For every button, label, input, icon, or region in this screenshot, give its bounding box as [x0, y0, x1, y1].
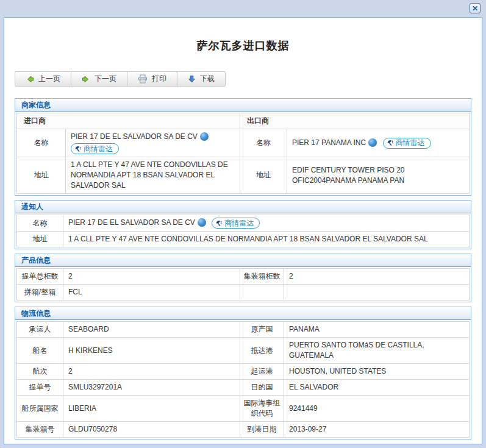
vessel-flag-value: LIBERIA [63, 396, 240, 422]
empty-cell [240, 285, 284, 300]
imo-code-value: 9241449 [284, 396, 470, 422]
arrival-date-value: 2013-09-27 [284, 422, 470, 438]
exporter-address-value: EDIF CENTURY TOWER PISO 20 OFIC2004PANAM… [287, 157, 470, 194]
importer-name-label: 名称 [17, 129, 66, 157]
vessel-name-value: H KIRKENES [63, 338, 240, 364]
origin-country-label: 原产国 [240, 322, 284, 338]
table-row: 船名 H KIRKENES 抵达港 PUERTO SANTO TOMáS DE … [17, 338, 470, 364]
bl-total-containers-label: 提单总柜数 [17, 269, 63, 285]
print-button[interactable]: 打印 [127, 72, 177, 86]
table-row: 名称 PIER 17 DE EL SALVADOR SA DE CV 商情雷达 [17, 215, 470, 232]
importer-address-label: 地址 [17, 157, 66, 194]
table-row: 提单总柜数 2 集装箱柜数 2 [17, 269, 470, 285]
dialog-titlebar: ✕ [0, 0, 486, 17]
vessel-name-label: 船名 [17, 338, 63, 364]
table-row: 拼箱/整箱 FCL [17, 285, 470, 300]
lcl-fcl-value: FCL [63, 285, 240, 300]
prev-page-label: 上一页 [38, 74, 60, 84]
exporter-address-label: 地址 [240, 157, 287, 194]
radar-badge-label: 商情雷达 [396, 138, 425, 148]
notify-name-label: 名称 [17, 215, 63, 232]
importer-header: 进口商 [17, 113, 240, 129]
merchant-table: 进口商 出口商 名称 PIER 17 DE EL SALVADOR SA DE … [16, 113, 470, 194]
table-row: 名称 PIER 17 DE EL SALVADOR SA DE CV 商情雷达 … [17, 129, 470, 157]
container-number-value: GLDU7050278 [63, 422, 240, 438]
notify-address-value: 1 A CLL PTE Y 47 AVE NTE CONDOVILLAS DE … [63, 232, 470, 247]
import-data-dialog: { "window": { "close_glyph": "✕" }, "tit… [0, 0, 486, 448]
table-row: 地址 1 A CLL PTE Y 47 AVE NTE CONDOVILLAS … [17, 157, 470, 194]
destination-country-label: 目的国 [240, 380, 284, 396]
importer-name-value: PIER 17 DE EL SALVADOR SA DE CV [71, 132, 198, 141]
globe-icon[interactable] [198, 218, 206, 227]
bl-number-label: 提单号 [17, 380, 63, 396]
radar-badge-label: 商情雷达 [84, 144, 113, 154]
radar-badge[interactable]: 商情雷达 [212, 218, 260, 229]
lcl-fcl-label: 拼箱/整箱 [17, 285, 63, 300]
empty-cell [284, 285, 470, 300]
logistics-table: 承运人 SEABOARD 原产国 PANAMA 船名 H KIRKENES 抵达… [16, 321, 470, 438]
exporter-header: 出口商 [240, 113, 470, 129]
exporter-name-cell: PIER 17 PANAMA INC 商情雷达 [287, 129, 470, 157]
arrival-port-value: PUERTO SANTO TOMáS DE CASTILLA, GUATEMAL… [284, 338, 470, 364]
radar-badge[interactable]: 商情雷达 [383, 138, 431, 149]
section-merchant-title: 商家信息 [15, 99, 471, 112]
globe-icon[interactable] [200, 132, 209, 141]
destination-country-value: EL SALVADOR [284, 380, 470, 396]
table-row: 进口商 出口商 [17, 113, 470, 129]
exporter-name-label: 名称 [240, 129, 287, 157]
arrival-date-label: 到港日期 [240, 422, 284, 438]
imo-code-label: 国际海事组织代码 [240, 396, 284, 422]
dialog-content: 萨尔瓦多进口数据 上一页 下一页 打印 [4, 17, 482, 444]
container-count-label: 集装箱柜数 [240, 269, 284, 285]
table-row: 提单号 SMLU3297201A 目的国 EL SALVADOR [17, 380, 470, 396]
exporter-name-value: PIER 17 PANAMA INC [292, 138, 366, 147]
page-title: 萨尔瓦多进口数据 [4, 38, 482, 53]
section-logistics-info: 物流信息 承运人 SEABOARD 原产国 PANAMA 船名 H KIRKEN… [15, 307, 471, 439]
table-row: 船所属国家 LIBERIA 国际海事组织代码 9241449 [17, 396, 470, 422]
container-number-label: 集装箱号 [17, 422, 63, 438]
radar-badge-label: 商情雷达 [224, 218, 254, 229]
globe-icon[interactable] [368, 138, 377, 147]
table-row: 承运人 SEABOARD 原产国 PANAMA [17, 322, 470, 338]
close-icon[interactable]: ✕ [470, 3, 481, 13]
section-description: 描述 产品描述 BULTOSPISTOLA DE AIRE TUBO LED P… [15, 444, 471, 444]
radar-dish-icon [215, 220, 223, 227]
notify-address-label: 地址 [17, 232, 63, 247]
notify-table: 名称 PIER 17 DE EL SALVADOR SA DE CV 商情雷达 … [16, 215, 470, 247]
radar-dish-icon [387, 140, 394, 146]
voyage-label: 航次 [17, 364, 63, 380]
section-merchant-info: 商家信息 进口商 出口商 名称 PIER 17 DE EL SALVADOR S… [15, 98, 471, 196]
departure-port-value: HOUSTON, UNITED STATES [284, 364, 470, 380]
next-page-button[interactable]: 下一页 [71, 72, 127, 86]
bl-total-containers-value: 2 [63, 269, 240, 285]
section-notify-title: 通知人 [15, 201, 471, 213]
print-label: 打印 [152, 74, 166, 84]
vessel-flag-label: 船所属国家 [17, 396, 63, 422]
download-label: 下载 [200, 74, 215, 84]
section-notify-party: 通知人 名称 PIER 17 DE EL SALVADOR SA DE CV 商… [15, 200, 471, 249]
voyage-value: 2 [63, 364, 240, 380]
notify-name-value: PIER 17 DE EL SALVADOR SA DE CV [68, 218, 195, 227]
importer-name-cell: PIER 17 DE EL SALVADOR SA DE CV 商情雷达 [66, 129, 240, 157]
radar-dish-icon [74, 146, 82, 152]
green-left-arrow-icon [26, 75, 34, 84]
importer-address-value: 1 A CLL PTE Y 47 AVE NTE CONDOVILLAS DE … [66, 157, 240, 194]
carrier-label: 承运人 [17, 322, 63, 338]
bl-number-value: SMLU3297201A [63, 380, 240, 396]
table-row: 航次 2 起运港 HOUSTON, UNITED STATES [17, 364, 470, 380]
green-right-arrow-icon [82, 75, 90, 84]
section-product-info: 产品信息 提单总柜数 2 集装箱柜数 2 拼箱/整箱 FCL [15, 254, 471, 302]
download-button[interactable]: 下载 [177, 72, 225, 86]
section-logistics-title: 物流信息 [15, 307, 471, 320]
arrival-port-label: 抵达港 [240, 338, 284, 364]
table-row: 集装箱号 GLDU7050278 到港日期 2013-09-27 [17, 422, 470, 438]
notify-name-cell: PIER 17 DE EL SALVADOR SA DE CV 商情雷达 [63, 215, 470, 232]
section-product-title: 产品信息 [15, 254, 471, 267]
origin-country-value: PANAMA [284, 322, 470, 338]
carrier-value: SEABOARD [63, 322, 240, 338]
sections-container: 商家信息 进口商 出口商 名称 PIER 17 DE EL SALVADOR S… [4, 98, 482, 444]
prev-page-button[interactable]: 上一页 [15, 72, 71, 86]
toolbar: 上一页 下一页 打印 下载 [15, 71, 226, 87]
blue-down-arrow-icon [188, 75, 196, 84]
radar-badge[interactable]: 商情雷达 [71, 143, 119, 154]
